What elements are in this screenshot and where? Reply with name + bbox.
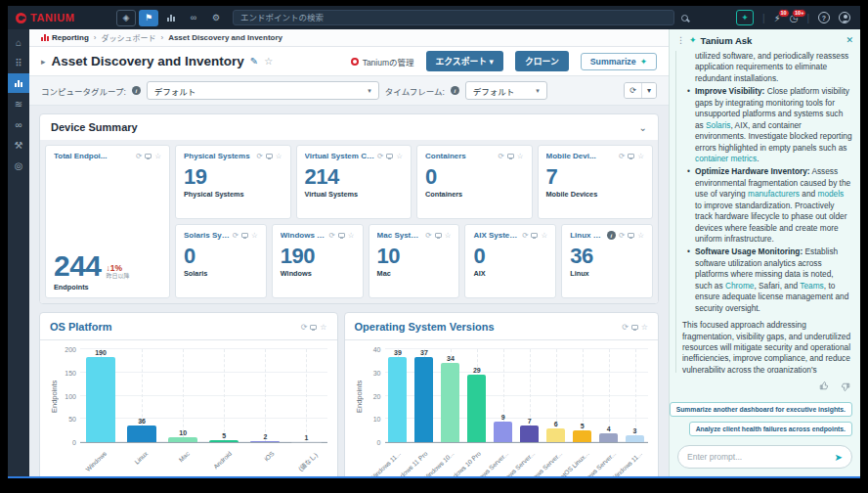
- suggestion-chip[interactable]: Summarize another dashboard for executiv…: [670, 402, 852, 417]
- flag-icon[interactable]: ⚑: [139, 10, 158, 26]
- prompt-input-container[interactable]: ➤: [677, 445, 852, 469]
- bar-Windows 11 Pro[interactable]: 37: [411, 349, 437, 442]
- favorite-star-icon[interactable]: ☆: [264, 56, 273, 67]
- activity-gauge-icon[interactable]: ◷ 10+: [790, 13, 799, 23]
- suggestion-chip[interactable]: Analyze client health failures across en…: [689, 422, 852, 436]
- collapse-chevron-icon[interactable]: ⌄: [639, 122, 647, 133]
- monitor-icon[interactable]: [631, 325, 638, 330]
- refresh-icon[interactable]: ⟳: [619, 231, 625, 240]
- summary-card-physical-systems[interactable]: Physical Systems⟳☆19Physical Systems: [175, 145, 291, 219]
- summary-card-mac[interactable]: Mac Systems⟳☆10Mac: [369, 224, 460, 298]
- info-icon[interactable]: i: [132, 86, 141, 95]
- user-avatar[interactable]: [839, 12, 850, 23]
- tanium-ask-icon[interactable]: ✦: [736, 10, 754, 25]
- star-icon[interactable]: ☆: [541, 231, 547, 240]
- total-endpoints-card[interactable]: Total Endpoi... ⟳ ☆ 244 ↓1%: [45, 145, 170, 298]
- refresh-icon[interactable]: ⟳: [622, 323, 629, 332]
- bar-Windows 10...[interactable]: 34: [437, 349, 463, 442]
- inline-link[interactable]: Solaris: [706, 120, 730, 130]
- sidebar-item-modules[interactable]: ⠿: [8, 53, 29, 72]
- star-icon[interactable]: ☆: [637, 152, 644, 160]
- refresh-icon[interactable]: ⟳: [522, 231, 528, 240]
- breadcrumb-dashboard[interactable]: ダッシュボード: [101, 32, 155, 43]
- refresh-icon[interactable]: ⟳: [619, 152, 625, 160]
- refresh-icon[interactable]: ⟳: [329, 231, 335, 240]
- thumbs-down-icon[interactable]: [841, 381, 850, 392]
- monitor-icon[interactable]: [386, 154, 393, 158]
- refresh-icon[interactable]: ⟳: [301, 323, 308, 332]
- bar-iOS[interactable]: 2: [244, 349, 285, 442]
- inline-link[interactable]: Chrome: [725, 281, 755, 291]
- star-icon[interactable]: ☆: [445, 231, 452, 240]
- sidebar-item-home[interactable]: ⌂: [8, 32, 29, 52]
- help-icon[interactable]: ?: [818, 12, 830, 23]
- bar-chart-icon[interactable]: [161, 10, 181, 26]
- refresh-icon[interactable]: ⟳: [425, 231, 431, 240]
- monitor-icon[interactable]: [145, 154, 152, 158]
- info-icon[interactable]: i: [607, 231, 616, 240]
- refresh-icon[interactable]: ⟳: [233, 231, 239, 240]
- refresh-icon[interactable]: ⟳: [136, 152, 142, 160]
- clone-button[interactable]: クローン: [515, 51, 569, 71]
- search-icon[interactable]: [681, 15, 688, 22]
- star-icon[interactable]: ☆: [348, 231, 355, 240]
- monitor-icon[interactable]: [628, 233, 634, 238]
- prompt-input[interactable]: [687, 452, 831, 462]
- breadcrumb-reporting[interactable]: Reporting: [41, 33, 89, 42]
- bar-(値なし)[interactable]: 1: [285, 349, 326, 442]
- star-icon[interactable]: ☆: [517, 152, 524, 160]
- diamond-icon[interactable]: ◈: [116, 10, 136, 26]
- refresh-icon[interactable]: ⟳: [256, 152, 262, 160]
- bar-Windows Server...[interactable]: 4: [595, 349, 622, 442]
- summary-card-virtual-systems[interactable]: Virtual System Count⟳☆214Virtual Systems: [296, 145, 412, 219]
- summary-card-mobile-devices[interactable]: Mobile Devi...⟳☆7Mobile Devices: [538, 145, 654, 219]
- star-icon[interactable]: ☆: [154, 152, 161, 160]
- summary-card-linux[interactable]: Linux Sy...i⟳☆36Linux: [561, 224, 653, 298]
- monitor-icon[interactable]: [310, 325, 317, 330]
- bar-Mac[interactable]: 10: [162, 349, 203, 442]
- endpoint-search-input[interactable]: [240, 13, 667, 22]
- bar-Windows 11...[interactable]: 39: [385, 349, 412, 442]
- sidebar-item-signal[interactable]: ≋: [8, 94, 29, 113]
- monitor-icon[interactable]: [266, 154, 273, 158]
- endpoint-search-bar[interactable]: [233, 10, 674, 25]
- refresh-icon[interactable]: ⟳: [498, 152, 503, 160]
- summary-card-aix[interactable]: AIX Systems⟳☆0AIX: [464, 224, 556, 298]
- inline-link[interactable]: Teams: [800, 281, 823, 291]
- close-icon[interactable]: ✕: [846, 35, 853, 45]
- star-icon[interactable]: ☆: [320, 323, 326, 332]
- bar-Windows Server...[interactable]: 6: [542, 349, 569, 442]
- monitor-icon[interactable]: [628, 154, 634, 158]
- collapse-caret-icon[interactable]: ▸: [41, 57, 46, 67]
- monitor-icon[interactable]: [241, 233, 248, 238]
- bar-Linux[interactable]: 36: [121, 349, 162, 442]
- computer-group-select[interactable]: デフォルト ▾: [147, 81, 379, 100]
- sidebar-item-reporting[interactable]: [8, 73, 29, 93]
- edit-title-icon[interactable]: ✎: [250, 56, 258, 67]
- summary-card-containers[interactable]: Containers⟳☆0Containers: [416, 145, 533, 219]
- inline-link[interactable]: models: [817, 189, 844, 199]
- star-icon[interactable]: ☆: [251, 231, 258, 240]
- info-icon[interactable]: i: [451, 86, 459, 95]
- sidebar-item-compass[interactable]: ◎: [8, 156, 29, 175]
- refresh-button[interactable]: ⟳: [625, 83, 642, 98]
- inline-link[interactable]: manufacturers: [748, 189, 800, 199]
- timeframe-select[interactable]: デフォルト ▾: [465, 81, 547, 100]
- summary-card-solaris[interactable]: Solaris Syst...⟳☆0Solaris: [175, 224, 267, 298]
- bar-Android[interactable]: 5: [203, 349, 244, 442]
- summarize-button[interactable]: Summarize✦: [581, 53, 657, 70]
- refresh-options-button[interactable]: ▾: [642, 83, 656, 98]
- link-icon[interactable]: ∞: [184, 10, 203, 26]
- monitor-icon[interactable]: [531, 233, 538, 238]
- star-icon[interactable]: ☆: [276, 152, 282, 160]
- bar-Windows 11...[interactable]: 3: [622, 349, 648, 442]
- alerts-lightning-icon[interactable]: ⚡ 10: [774, 13, 781, 23]
- bar-Windows Server...[interactable]: 9: [490, 349, 516, 442]
- monitor-icon[interactable]: [435, 233, 442, 238]
- gear-icon[interactable]: ⚙: [206, 10, 226, 26]
- summary-card-windows[interactable]: Windows En...⟳☆190Windows: [272, 224, 364, 298]
- bar-Windows 10 Pro[interactable]: 29: [463, 349, 490, 442]
- bar-CentOS Linux...[interactable]: 5: [569, 349, 595, 442]
- thumbs-up-icon[interactable]: [819, 381, 829, 392]
- sidebar-item-tools[interactable]: ⚒: [8, 135, 29, 155]
